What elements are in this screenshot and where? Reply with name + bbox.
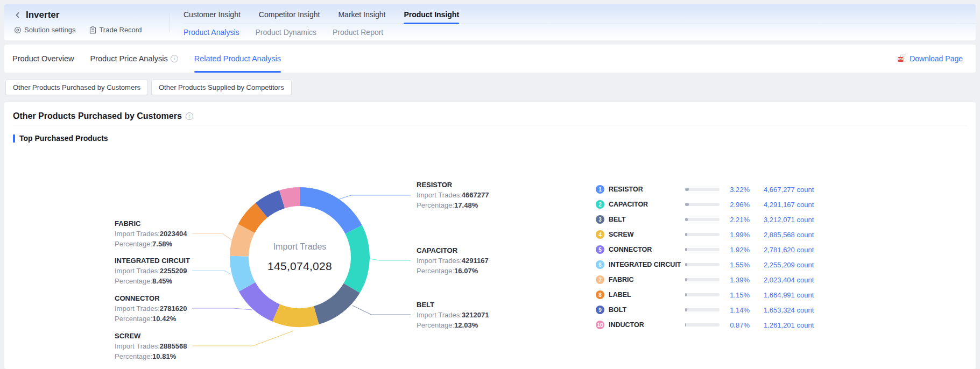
donut-chart: Import Trades 145,074,028 RESISTORImport… — [4, 145, 976, 369]
rank-badge: 5 — [596, 245, 604, 254]
secondary-nav: Product OverviewProduct Price AnalysisiR… — [4, 45, 976, 73]
legend-row-screw[interactable]: 4SCREW1.99%2,885,568 count — [596, 227, 814, 242]
legend-name: SCREW — [609, 231, 685, 238]
callout-belt: BELTImport Trades:3212071Percentage:12.0… — [417, 300, 489, 330]
sub-tabs: Product AnalysisProduct DynamicsProduct … — [184, 25, 383, 39]
donut-rings — [224, 182, 375, 332]
legend-bar — [685, 278, 720, 281]
filter-button-other-products-supplied-by-competitors[interactable]: Other Products Supplied by Competitors — [151, 80, 292, 95]
legend-row-connector[interactable]: 5CONNECTOR1.92%2,781,620 count — [596, 242, 814, 257]
legend-percent: 1.92% — [720, 246, 750, 254]
legend-name: BOLT — [609, 306, 685, 314]
callout-integrated-circuit: INTEGRATED CIRCUITImport Trades:2255209P… — [115, 256, 190, 286]
donut-slice-resistor[interactable] — [300, 187, 362, 234]
donut-slice-belt[interactable] — [314, 283, 360, 324]
header-action-solution-settings[interactable]: Solution settings — [14, 26, 75, 34]
nav-tab-related-product-analysis[interactable]: Related Product Analysis — [194, 45, 281, 73]
callout-name: RESISTOR — [417, 180, 489, 190]
callout-fabric: FABRICImport Trades:2023404Percentage:7.… — [115, 218, 187, 249]
info-icon[interactable]: i — [171, 55, 178, 62]
content-title: Other Products Purchased by Customers — [13, 111, 182, 121]
subtab-product-analysis[interactable]: Product Analysis — [184, 28, 239, 37]
tab-market-insight[interactable]: Market Insight — [338, 4, 385, 24]
legend-name: INDUCTOR — [609, 321, 685, 329]
divider — [13, 125, 967, 125]
legend-name: CONNECTOR — [609, 246, 685, 253]
legend-count: 2,255,209 count — [764, 261, 814, 269]
legend-name: RESISTOR — [609, 186, 685, 193]
rank-badge: 9 — [596, 306, 604, 314]
back-button[interactable] — [14, 11, 22, 19]
rank-badge: 10 — [596, 321, 604, 329]
clipboard-icon — [89, 26, 96, 34]
info-icon[interactable]: i — [186, 112, 193, 120]
legend-name: INTEGRATED CIRCUIT — [609, 261, 685, 268]
section-title: Top Purchased Products — [19, 134, 108, 143]
legend-name: FABRIC — [609, 276, 685, 283]
target-icon — [14, 26, 22, 34]
legend-percent: 1.99% — [720, 231, 750, 239]
legend-bar — [685, 293, 720, 296]
subtab-product-dynamics[interactable]: Product Dynamics — [256, 28, 317, 37]
download-page-button[interactable]: PDF Download Page — [898, 45, 963, 73]
legend-percent: 2.21% — [720, 216, 750, 224]
tab-competitor-insight[interactable]: Competitor Insight — [259, 4, 320, 24]
callout-resistor: RESISTORImport Trades:4667277Percentage:… — [417, 180, 489, 210]
subtab-product-report[interactable]: Product Report — [333, 28, 383, 37]
legend-count: 4,667,277 count — [764, 186, 814, 194]
secondary-nav-tabs: Product OverviewProduct Price AnalysisiR… — [12, 45, 281, 73]
legend-percent: 3.22% — [720, 186, 750, 194]
leader-line-screw — [192, 331, 293, 346]
legend-count: 3,212,071 count — [764, 216, 814, 224]
callout-screw: SCREWImport Trades:2885568Percentage:10.… — [115, 331, 187, 361]
callout-connector: CONNECTORImport Trades:2781620Percentage… — [115, 293, 187, 324]
legend-bar — [685, 248, 720, 251]
legend-percent: 0.87% — [720, 321, 750, 329]
header-left: Inverter Solution settingsTrade Record — [14, 8, 142, 34]
legend-row-belt[interactable]: 3BELT2.21%3,212,071 count — [596, 212, 814, 227]
rank-badge: 2 — [596, 200, 604, 209]
legend-percent: 2.96% — [720, 201, 750, 209]
donut-slice-connector[interactable] — [239, 282, 280, 322]
nav-tab-product-price-analysis[interactable]: Product Price Analysisi — [90, 45, 178, 73]
legend-row-inductor[interactable]: 10INDUCTOR0.87%1,261,201 count — [596, 317, 814, 332]
rank-badge: 4 — [596, 230, 604, 239]
legend-row-fabric[interactable]: 7FABRIC1.39%2,023,404 count — [596, 272, 814, 287]
legend-percent: 1.39% — [720, 276, 750, 284]
callout-name: INTEGRATED CIRCUIT — [115, 256, 190, 266]
callout-name: SCREW — [115, 331, 187, 341]
filter-button-other-products-purchased-by-customers[interactable]: Other Products Purchased by Customers — [5, 80, 148, 95]
legend-bar — [685, 233, 720, 236]
callout-name: CONNECTOR — [115, 293, 187, 303]
legend-bar — [685, 218, 720, 221]
callout-name: BELT — [417, 300, 489, 310]
legend-count: 1,261,201 count — [764, 321, 814, 329]
legend-row-capacitor[interactable]: 2CAPACITOR2.96%4,291,167 count — [596, 197, 814, 212]
chevron-left-icon — [14, 11, 22, 19]
legend-row-bolt[interactable]: 9BOLT1.14%1,653,324 count — [596, 302, 814, 317]
legend-name: LABEL — [609, 291, 685, 299]
legend-percent: 1.55% — [720, 261, 750, 269]
callout-name: CAPACITOR — [417, 245, 489, 256]
callout-name: FABRIC — [115, 218, 187, 229]
legend-row-integrated-circuit[interactable]: 6INTEGRATED CIRCUIT1.55%2,255,209 count — [596, 257, 814, 272]
nav-tab-product-overview[interactable]: Product Overview — [12, 45, 74, 73]
donut-slice-screw[interactable] — [272, 304, 319, 327]
legend-row-resistor[interactable]: 1RESISTOR3.22%4,667,277 count — [596, 182, 814, 197]
legend-percent: 1.14% — [720, 306, 750, 314]
header-action-trade-record[interactable]: Trade Record — [89, 26, 142, 34]
legend-bar — [685, 263, 720, 266]
donut-slice-capacitor[interactable] — [344, 225, 370, 293]
legend-row-label[interactable]: 8LABEL1.15%1,664,991 count — [596, 287, 814, 302]
rank-badge: 3 — [596, 215, 604, 224]
legend-name: BELT — [609, 216, 685, 223]
tab-product-insight[interactable]: Product Insight — [404, 4, 459, 24]
legend-bar — [685, 308, 720, 311]
legend-bar — [685, 188, 720, 191]
pdf-icon: PDF — [898, 54, 907, 63]
legend-count: 2,885,568 count — [764, 231, 814, 239]
legend-count: 1,653,324 count — [764, 306, 814, 314]
tab-customer-insight[interactable]: Customer Insight — [184, 4, 241, 24]
main-tabs: Customer InsightCompetitor InsightMarket… — [184, 4, 976, 24]
rank-badge: 6 — [596, 260, 604, 269]
